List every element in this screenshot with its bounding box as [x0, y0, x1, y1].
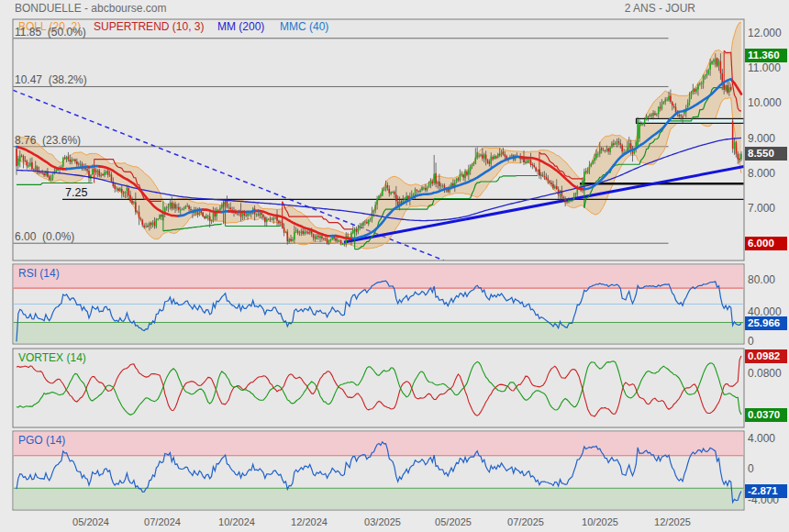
candle-down: [335, 238, 337, 241]
candle-up: [185, 206, 187, 209]
candle-down: [261, 213, 262, 215]
candle-down: [131, 201, 133, 204]
candle-up: [494, 156, 495, 159]
candle-up: [423, 188, 425, 189]
candle-down: [107, 171, 109, 175]
candle-up: [52, 174, 54, 178]
panel-vortex: [13, 349, 744, 427]
candle-down: [563, 197, 565, 198]
fib-level-label: 11.85 (50.0%): [15, 26, 86, 39]
candle-up: [706, 73, 708, 75]
candle-up: [17, 159, 19, 166]
candle-up: [734, 141, 736, 149]
candle-down: [217, 210, 219, 211]
candle-down: [209, 216, 211, 221]
candle-down: [40, 172, 42, 173]
candle-down: [297, 230, 299, 233]
candle-down: [21, 156, 23, 157]
candle-down: [737, 154, 739, 160]
candle-down: [33, 169, 35, 170]
candle-down: [621, 145, 623, 151]
candle-down: [435, 173, 437, 183]
candle-down: [280, 222, 282, 223]
candle-up: [378, 196, 380, 199]
candle-up: [304, 232, 306, 234]
candle-down: [278, 221, 280, 223]
candle-down: [660, 107, 661, 109]
candle-down: [675, 107, 677, 113]
candle-up: [711, 61, 713, 64]
pgo-lower-zone: [14, 488, 744, 509]
candle-down: [505, 154, 506, 156]
candle-up: [709, 62, 711, 69]
candle-down: [503, 151, 505, 154]
candle-down: [244, 214, 246, 216]
candle-down: [618, 141, 620, 143]
candle-up: [658, 107, 660, 115]
candle-up: [703, 76, 705, 83]
candle-up: [437, 183, 439, 184]
candle-up: [473, 163, 475, 164]
candle-down: [154, 222, 156, 227]
candle-down: [321, 237, 323, 238]
candle-up: [268, 219, 270, 220]
candle-up: [92, 169, 94, 174]
candle-up: [491, 156, 493, 163]
candle-up: [599, 149, 601, 153]
candle-up: [404, 198, 406, 200]
candle-up: [597, 154, 599, 155]
candle-up: [317, 236, 318, 238]
candle-up: [211, 220, 213, 222]
candle-up: [186, 205, 188, 206]
ytick-price: 9.000: [748, 132, 775, 145]
candle-up: [127, 188, 128, 191]
candle-down: [654, 113, 656, 115]
candle-up: [180, 210, 182, 211]
candle-down: [544, 176, 546, 177]
chart-canvas[interactable]: [0, 0, 789, 532]
candle-down: [139, 212, 140, 218]
candle-down: [720, 61, 722, 73]
candle-down: [548, 179, 550, 181]
candle-up: [358, 228, 360, 231]
candle-down: [489, 161, 491, 164]
candle-up: [646, 116, 648, 120]
candle-down: [425, 188, 427, 190]
candle-up: [285, 232, 287, 233]
candle-down: [670, 95, 672, 101]
candle-up: [274, 217, 276, 218]
candle-down: [95, 171, 97, 172]
fib-level-label: 10.47 (38.2%): [15, 73, 87, 86]
ytick-rsi: 80.00: [748, 273, 775, 286]
candle-up: [294, 232, 295, 240]
candle-down: [532, 164, 534, 165]
candle-up: [328, 240, 330, 242]
candle-up: [339, 241, 340, 242]
candle-up: [575, 194, 577, 196]
candle-up: [415, 189, 417, 194]
candle-down: [227, 200, 228, 206]
candle-down: [389, 189, 391, 194]
candle-down: [566, 201, 568, 203]
candle-down: [121, 189, 123, 193]
candle-up: [656, 115, 658, 116]
candle-up: [615, 143, 617, 144]
candle-down: [237, 214, 239, 215]
candle-down: [123, 193, 125, 194]
candle-up: [617, 141, 618, 144]
candle-up: [295, 230, 297, 231]
candle-down: [613, 143, 615, 145]
ytick-price: 7.000: [748, 202, 775, 215]
candle-down: [530, 160, 532, 165]
candle-up: [501, 152, 503, 155]
candle-down: [86, 169, 88, 171]
candle-down: [462, 174, 464, 177]
candle-up: [511, 155, 513, 156]
candle-up: [591, 164, 593, 166]
axis-badge-vortex: 0.0370: [745, 408, 787, 422]
candle-up: [611, 143, 613, 147]
candle-up: [71, 160, 72, 162]
candle-up: [527, 161, 528, 162]
candle-down: [673, 106, 675, 107]
axis-badge-price: 6.000: [745, 237, 787, 250]
